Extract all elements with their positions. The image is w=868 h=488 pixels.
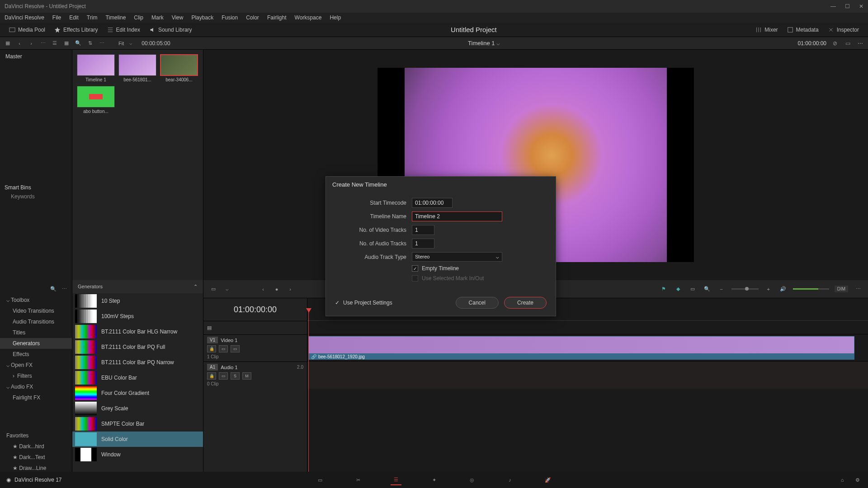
play-icon[interactable]: ● (272, 285, 281, 294)
fit-dropdown[interactable]: Fit (118, 41, 124, 46)
edit-page-icon[interactable]: ☰ (391, 474, 401, 485)
audiofx-header[interactable]: ⌵Audio FX (0, 381, 72, 392)
collapse-icon[interactable]: ⌃ (193, 284, 198, 290)
options-icon[interactable]: ⋯ (854, 285, 863, 294)
master-bin[interactable]: Master (0, 50, 72, 63)
search-icon[interactable]: 🔍 (703, 285, 712, 294)
effects-library-button[interactable]: Effects Library (50, 25, 102, 35)
track-badge[interactable]: A1 (207, 364, 218, 371)
nav-fwd-icon[interactable]: › (27, 39, 35, 47)
bin-view-icon[interactable]: ▦ (4, 39, 12, 47)
auto-select-icon[interactable]: ▭ (219, 345, 228, 352)
chevron-down-icon[interactable]: ⌵ (222, 285, 231, 294)
deliver-page-icon[interactable]: 🚀 (542, 474, 553, 485)
speaker-icon[interactable]: 🔊 (778, 285, 788, 294)
fairlight-page-icon[interactable]: ♪ (505, 474, 515, 485)
selection-tool-icon[interactable]: ▭ (209, 285, 218, 294)
close-icon[interactable]: ✕ (859, 3, 863, 9)
sort-icon[interactable]: ⇅ (86, 39, 94, 47)
search-icon[interactable]: 🔍 (49, 285, 57, 293)
start-timecode-input[interactable]: 01:00:00:00 (412, 198, 453, 208)
fusion-page-icon[interactable]: ✦ (429, 474, 439, 485)
dim-button[interactable]: DIM (835, 286, 848, 292)
clip-thumbnail[interactable]: abo button... (77, 86, 115, 114)
fx-titles[interactable]: Titles (0, 327, 72, 338)
smart-bins-header[interactable]: Smart Bins (5, 184, 67, 191)
options-icon[interactable]: ⋯ (60, 285, 68, 293)
fx-fairlight[interactable]: Fairlight FX (0, 392, 72, 403)
menu-item[interactable]: Color (246, 14, 259, 21)
menu-item[interactable]: DaVinci Resolve (5, 14, 44, 21)
menu-item[interactable]: Playback (191, 14, 213, 21)
generator-item[interactable]: 100mV Steps (72, 309, 203, 324)
menu-item[interactable]: Edit (69, 14, 79, 21)
generator-item[interactable]: BT.2111 Color Bar HLG Narrow (72, 324, 203, 339)
menu-item[interactable]: Workspace (295, 14, 322, 21)
sound-library-button[interactable]: Sound Library (145, 25, 197, 35)
track-view-icon[interactable]: ▤ (207, 325, 212, 331)
options-icon[interactable]: ⋯ (98, 39, 106, 47)
fx-video-transitions[interactable]: Video Transitions (0, 305, 72, 316)
volume-slider[interactable] (793, 288, 829, 290)
lock-icon[interactable]: 🔒 (207, 345, 216, 352)
generator-item[interactable]: EBU Color Bar (72, 370, 203, 385)
menu-item[interactable]: View (172, 14, 184, 21)
prev-edit-icon[interactable]: ‹ (259, 285, 268, 294)
cancel-button[interactable]: Cancel (456, 297, 499, 309)
auto-select-icon[interactable]: ▭ (219, 372, 228, 380)
audio-tracks-input[interactable]: 1 (412, 239, 434, 249)
keywords-bin[interactable]: Keywords (5, 191, 67, 202)
edit-index-button[interactable]: Edit Index (103, 25, 145, 35)
color-page-icon[interactable]: ◎ (467, 474, 477, 485)
generator-item[interactable]: BT.2111 Color Bar PQ Full (72, 339, 203, 355)
mute-button[interactable]: M (242, 372, 251, 380)
generator-item[interactable]: Solid Color (72, 432, 203, 447)
cut-page-icon[interactable]: ✂ (353, 474, 363, 485)
mixer-button[interactable]: Mixer (751, 25, 782, 35)
menu-item[interactable]: Mark (151, 14, 164, 21)
lock-icon[interactable]: 🔒 (207, 372, 216, 380)
minimize-icon[interactable]: — (830, 3, 836, 9)
zoom-out-icon[interactable]: − (717, 285, 726, 294)
fx-effects[interactable]: Effects (0, 349, 72, 360)
empty-timeline-checkbox[interactable]: ✓ (412, 265, 418, 272)
fav-item[interactable]: ★ Dark...Text (0, 452, 72, 463)
track-badge[interactable]: V1 (207, 337, 218, 343)
list-view-icon[interactable]: ☰ (51, 39, 59, 47)
more-icon[interactable]: ⋯ (39, 39, 47, 47)
menu-item[interactable]: Help (330, 14, 341, 21)
search-icon[interactable]: 🔍 (74, 39, 82, 47)
audio-track-lane[interactable] (307, 361, 868, 389)
generator-item[interactable]: BT.2111 Color Bar PQ Narrow (72, 355, 203, 370)
flag-icon[interactable]: ⚑ (659, 285, 668, 294)
create-button[interactable]: Create (504, 297, 547, 309)
bypass-icon[interactable]: ⊘ (831, 39, 839, 47)
menu-item[interactable]: Timeline (105, 14, 126, 21)
menu-item[interactable]: Trim (87, 14, 98, 21)
openfx-header[interactable]: ⌵Open FX (0, 360, 72, 371)
gear-icon[interactable]: ⚙ (854, 476, 862, 484)
toolbox-header[interactable]: ⌵Toolbox (0, 295, 72, 305)
video-track-lane[interactable]: 🔗bee-5618012_1920.jpg (307, 334, 868, 361)
media-pool-button[interactable]: Media Pool (5, 25, 50, 35)
next-edit-icon[interactable]: › (286, 285, 295, 294)
inspector-button[interactable]: Inspector (823, 25, 863, 35)
solo-button[interactable]: S (231, 372, 240, 380)
thumb-view-icon[interactable]: ▦ (62, 39, 71, 47)
clip-thumbnail[interactable]: bear-34006... (160, 54, 198, 82)
fx-generators[interactable]: Generators (0, 338, 72, 349)
clip-thumbnail[interactable]: bee-561801... (118, 54, 156, 82)
audio-type-select[interactable]: Stereo⌵ (412, 252, 502, 262)
timeline-name-input[interactable]: Timeline 2 (412, 211, 502, 221)
tool-icon[interactable]: ▭ (688, 285, 697, 294)
zoom-in-icon[interactable]: + (764, 285, 773, 294)
maximize-icon[interactable]: ☐ (845, 3, 850, 9)
use-project-settings-checkbox[interactable]: ✓ (335, 300, 340, 306)
generator-item[interactable]: SMPTE Color Bar (72, 416, 203, 432)
menu-item[interactable]: Fairlight (267, 14, 287, 21)
playhead[interactable] (308, 312, 309, 488)
disable-icon[interactable]: ▭ (231, 345, 240, 352)
fav-item[interactable]: ★ Dark...hird (0, 441, 72, 452)
timeline-name[interactable]: Timeline 1 (468, 40, 495, 47)
generator-item[interactable]: Four Color Gradient (72, 385, 203, 401)
